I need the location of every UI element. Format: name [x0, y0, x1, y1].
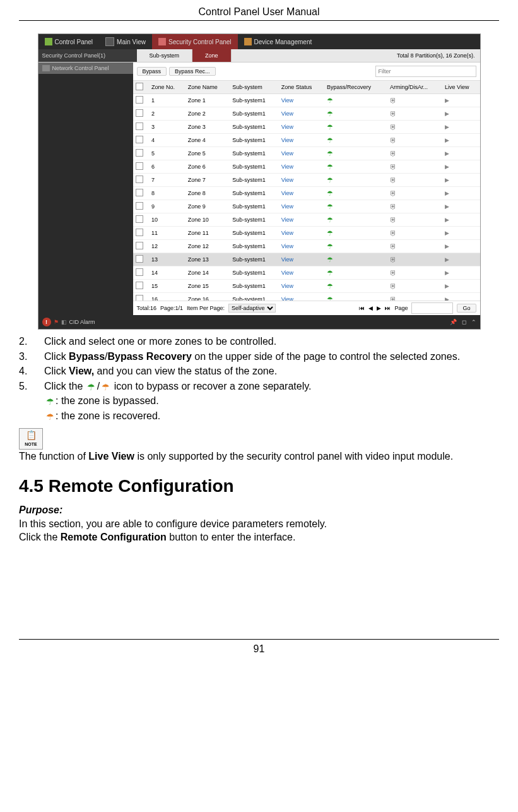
shield-icon[interactable]: ⛨ [390, 176, 397, 184]
shield-icon[interactable]: ⛨ [390, 203, 397, 210]
shield-icon[interactable]: ⛨ [390, 242, 397, 250]
shield-icon[interactable]: ⛨ [390, 216, 397, 224]
view-link[interactable]: View [281, 110, 293, 117]
umbrella-icon[interactable]: ☂ [327, 136, 333, 144]
play-icon[interactable]: ▶ [445, 137, 449, 143]
umbrella-icon[interactable]: ☂ [327, 242, 333, 250]
umbrella-icon[interactable]: ☂ [327, 163, 333, 170]
view-link[interactable]: View [281, 124, 293, 130]
row-checkbox[interactable] [136, 255, 143, 263]
row-checkbox[interactable] [136, 162, 143, 170]
shield-icon[interactable]: ⛨ [390, 189, 397, 197]
view-link[interactable]: View [281, 230, 293, 236]
view-link[interactable]: View [281, 97, 293, 104]
row-checkbox[interactable] [136, 149, 143, 157]
col-live-view[interactable]: Live View [442, 81, 480, 94]
umbrella-icon[interactable]: ☂ [327, 150, 333, 157]
nav-device-management[interactable]: Device Management [238, 34, 319, 49]
filter-input[interactable] [375, 66, 476, 77]
table-row[interactable]: 15Zone 15Sub-system1View☂⛨▶ [133, 280, 480, 293]
row-checkbox[interactable] [136, 215, 143, 223]
umbrella-icon[interactable]: ☂ [327, 110, 333, 117]
table-row[interactable]: 11Zone 11Sub-system1View☂⛨▶ [133, 227, 480, 240]
umbrella-icon[interactable]: ☂ [327, 176, 333, 184]
table-row[interactable]: 5Zone 5Sub-system1View☂⛨▶ [133, 147, 480, 160]
shield-icon[interactable]: ⛨ [390, 256, 397, 263]
shield-icon[interactable]: ⛨ [390, 163, 397, 170]
play-icon[interactable]: ▶ [445, 124, 449, 130]
col-zone-status[interactable]: Zone Status [279, 81, 324, 94]
umbrella-icon[interactable]: ☂ [327, 216, 333, 224]
window-icon[interactable]: ◻ [462, 319, 466, 325]
pager-next-icon[interactable]: ▶ [377, 305, 381, 311]
col-sub-system[interactable]: Sub-system [230, 81, 279, 94]
shield-icon[interactable]: ⛨ [390, 282, 397, 290]
col-zone-name[interactable]: Zone Name [185, 81, 230, 94]
nav-main-view[interactable]: Main View [99, 34, 152, 49]
play-icon[interactable]: ▶ [445, 217, 449, 223]
table-row[interactable]: 2Zone 2Sub-system1View☂⛨▶ [133, 107, 480, 121]
view-link[interactable]: View [281, 164, 293, 170]
row-checkbox[interactable] [136, 176, 143, 183]
alert-icon[interactable]: ! [42, 318, 51, 326]
row-checkbox[interactable] [136, 136, 143, 143]
pager-last-icon[interactable]: ⏭ [385, 305, 391, 311]
select-all-checkbox[interactable] [136, 83, 143, 90]
play-icon[interactable]: ▶ [445, 203, 449, 210]
play-icon[interactable]: ▶ [445, 230, 449, 236]
page-input[interactable] [411, 302, 453, 314]
table-row[interactable]: 9Zone 9Sub-system1View☂⛨▶ [133, 200, 480, 213]
shield-icon[interactable]: ⛨ [390, 269, 397, 277]
table-row[interactable]: 3Zone 3Sub-system1View☂⛨▶ [133, 121, 480, 134]
table-row[interactable]: 14Zone 14Sub-system1View☂⛨▶ [133, 266, 480, 280]
row-checkbox[interactable] [136, 122, 143, 130]
per-page-select[interactable]: Self-adaptive [228, 304, 276, 313]
pin-icon[interactable]: 📌 [450, 319, 457, 325]
table-row[interactable]: 13Zone 13Sub-system1View☂⛨▶ [133, 253, 480, 266]
row-checkbox[interactable] [136, 295, 143, 301]
nav-control-panel[interactable]: Control Panel [38, 34, 100, 49]
view-link[interactable]: View [281, 243, 293, 249]
umbrella-icon[interactable]: ☂ [327, 97, 333, 104]
table-row[interactable]: 12Zone 12Sub-system1View☂⛨▶ [133, 240, 480, 253]
table-row[interactable]: 6Zone 6Sub-system1View☂⛨▶ [133, 160, 480, 174]
umbrella-icon[interactable]: ☂ [327, 256, 333, 263]
play-icon[interactable]: ▶ [445, 270, 449, 276]
shield-icon[interactable]: ⛨ [390, 296, 397, 301]
col-bypass[interactable]: Bypass/Recovery [324, 81, 387, 94]
play-icon[interactable]: ▶ [445, 150, 449, 157]
row-checkbox[interactable] [136, 268, 143, 276]
bypass-button[interactable]: Bypass [137, 67, 167, 76]
play-icon[interactable]: ▶ [445, 296, 449, 301]
nav-security-control-panel[interactable]: Security Control Panel [152, 34, 238, 49]
umbrella-icon[interactable]: ☂ [327, 296, 333, 301]
shield-icon[interactable]: ⛨ [390, 97, 397, 104]
row-checkbox[interactable] [136, 282, 143, 289]
row-checkbox[interactable] [136, 202, 143, 210]
collapse-icon[interactable]: ⌃ [471, 319, 476, 325]
shield-icon[interactable]: ⛨ [390, 229, 397, 237]
view-link[interactable]: View [281, 177, 293, 183]
table-row[interactable]: 16Zone 16Sub-system1View☂⛨▶ [133, 293, 480, 301]
view-link[interactable]: View [281, 217, 293, 223]
shield-icon[interactable]: ⛨ [390, 150, 397, 157]
status-doc-icon[interactable]: ◧ [61, 319, 67, 325]
table-row[interactable]: 4Zone 4Sub-system1View☂⛨▶ [133, 134, 480, 147]
tab-zone[interactable]: Zone [192, 49, 232, 62]
umbrella-icon[interactable]: ☂ [327, 229, 333, 237]
row-checkbox[interactable] [136, 189, 143, 196]
view-link[interactable]: View [281, 270, 293, 276]
tab-sub-system[interactable]: Sub-system [137, 49, 193, 62]
view-link[interactable]: View [281, 203, 293, 210]
col-zone-no[interactable]: Zone No. [149, 81, 185, 94]
play-icon[interactable]: ▶ [445, 243, 449, 249]
play-icon[interactable]: ▶ [445, 110, 449, 117]
shield-icon[interactable]: ⛨ [390, 110, 397, 117]
play-icon[interactable]: ▶ [445, 256, 449, 263]
view-link[interactable]: View [281, 137, 293, 143]
shield-icon[interactable]: ⛨ [390, 123, 397, 131]
row-checkbox[interactable] [136, 96, 143, 104]
col-arming[interactable]: Arming/DisAr... [387, 81, 442, 94]
go-button[interactable]: Go [457, 304, 476, 313]
row-checkbox[interactable] [136, 109, 143, 117]
